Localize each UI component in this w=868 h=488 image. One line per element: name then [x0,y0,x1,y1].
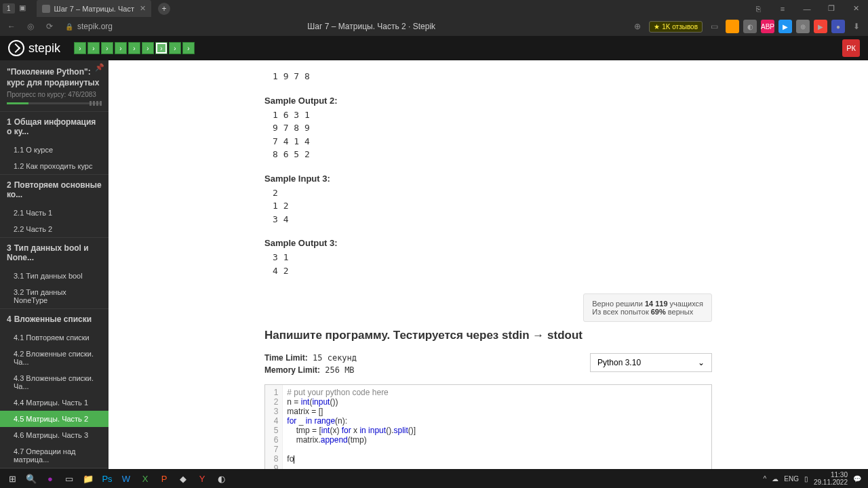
step-4[interactable]: › [115,42,127,54]
ext-icon-3[interactable]: ▶ [778,20,792,33]
new-tab-button[interactable]: + [158,3,170,15]
section-3[interactable]: 3Тип данных bool и None... [0,237,108,268]
sidebar-item[interactable]: 1.2 Как проходить курс [0,158,108,174]
sample-code: 3 1 4 2 [264,248,712,280]
shield-icon[interactable]: ◎ [23,19,38,34]
line-gutter: 12345678910 [265,385,283,469]
section-1[interactable]: 1Общая информация о ку... [0,111,108,142]
app-header: stepik › › › › › › › › › РК [0,36,868,60]
menu-icon[interactable]: ≡ [773,0,792,17]
ext-icon-avp[interactable]: АВР [761,20,774,33]
back-button[interactable]: ← [4,19,19,34]
ext-icon-2[interactable]: ◐ [743,20,757,33]
tab-favicon [42,5,50,13]
sidebar-item[interactable]: 4.5 Матрицы. Часть 2 [0,411,108,427]
time-limit: Time Limit: 15 секунд [264,353,357,363]
step-9[interactable]: › [182,42,195,54]
sample-code: 2 1 2 3 4 [264,184,712,229]
logo-icon [8,40,24,56]
step-7[interactable]: › [155,42,167,54]
page-title: Шаг 7 – Матрицы. Часть 2 · Stepik [117,22,626,31]
sidebar-item[interactable]: 2.1 Часть 1 [0,205,108,221]
ext-icon-5[interactable]: ▶ [814,20,827,33]
sample-code-pre: 1 9 7 8 [264,67,712,86]
sample-label: Sample Output 3: [264,238,712,248]
reviews-badge[interactable]: ★ 1K отзывов [649,21,703,33]
close-window-button[interactable]: ✕ [846,0,865,17]
steps-navigation: › › › › › › › › › [74,42,195,54]
sidebar-item[interactable]: 4.2 Вложенные списки. Ча... [0,346,108,370]
step-5[interactable]: › [128,42,140,54]
tab-counter[interactable]: 1 [3,3,15,14]
sidebar-item[interactable]: 4.4 Матрицы. Часть 1 [0,394,108,411]
ext-icon-6[interactable]: ● [831,20,845,33]
section-2[interactable]: 2Повторяем основные ко... [0,174,108,205]
minimize-button[interactable]: — [797,0,816,17]
sidebar-item[interactable]: 4.1 Повторяем списки [0,329,108,346]
language-select[interactable]: Python 3.10 ⌄ [590,353,712,372]
ext-icon-4[interactable]: ⊕ [796,20,810,33]
step-2[interactable]: › [87,42,100,54]
reload-button[interactable]: ⟳ [42,19,57,34]
browser-tab[interactable]: Шаг 7 – Матрицы. Част ✕ [37,0,151,17]
task-title: Напишите программу. Тестируется через st… [264,329,712,342]
lock-icon: 🔒 [65,23,73,30]
address-bar: ← ◎ ⟳ 🔒 stepik.org Шаг 7 – Матрицы. Част… [0,17,868,36]
sidebar-item[interactable]: 2.2 Часть 2 [0,221,108,237]
downloads-icon[interactable]: ⬇ [849,19,864,34]
translate-icon[interactable]: ⊕ [630,19,645,34]
sample-label: Sample Input 3: [264,174,712,184]
url-text[interactable]: stepik.org [77,22,113,31]
step-6[interactable]: › [142,42,154,54]
restore-down-icon[interactable]: ⎘ [749,0,768,17]
bookmark-icon[interactable]: ▭ [707,19,722,34]
sidebar-item[interactable]: 4.3 Вложенные списки. Ча... [0,370,108,394]
course-title: "Поколение Python": курс для продвинутых [0,60,108,91]
pin-icon[interactable]: 📌 [95,63,104,72]
chevron-down-icon: ⌄ [698,358,705,367]
sample-code: 1 6 3 1 9 7 8 9 7 4 1 4 8 6 5 2 [264,106,712,164]
ext-icon-1[interactable] [726,20,739,33]
sidebar-tabs-icon[interactable]: ▣ [19,3,30,14]
section-4[interactable]: 4Вложенные списки [0,308,108,329]
progress-text: Прогресс по курсу: 476/2083 [0,91,108,98]
progress-bar [7,102,102,104]
sidebar-item[interactable]: 4.7 Операции над матрица... [0,443,108,468]
maximize-button[interactable]: ❐ [822,0,841,17]
step-3[interactable]: › [101,42,113,54]
sidebar-item[interactable]: 3.1 Тип данных bool [0,268,108,284]
sample-label: Sample Output 2: [264,96,712,106]
lesson-content[interactable]: 1 9 7 8 Sample Output 2:1 6 3 1 9 7 8 9 … [108,60,868,469]
course-sidebar: 📌 "Поколение Python": курс для продвинут… [0,60,108,469]
code-area[interactable]: # put your python code heren = int(input… [283,385,711,469]
sidebar-item[interactable]: 1.1 О курсе [0,142,108,158]
window-titlebar: 1 ▣ Шаг 7 – Матрицы. Част ✕ + ⎘ ≡ — ❐ ✕ [0,0,868,17]
code-editor[interactable]: 12345678910 # put your python code heren… [264,384,712,469]
sidebar-item[interactable]: 3.2 Тип данных NoneType [0,284,108,308]
step-1[interactable]: › [74,42,86,54]
stats-box: Верно решили 14 119 учащихся Из всех поп… [583,293,712,322]
sidebar-item[interactable]: 4.6 Матрицы. Часть 3 [0,427,108,443]
tab-close-icon[interactable]: ✕ [140,4,146,13]
step-8[interactable]: › [169,42,181,54]
memory-limit: Memory Limit: 256 MB [264,365,357,375]
tab-title: Шаг 7 – Матрицы. Част [54,5,134,13]
stepik-logo[interactable]: stepik [8,40,60,56]
user-avatar[interactable]: РК [842,39,860,57]
